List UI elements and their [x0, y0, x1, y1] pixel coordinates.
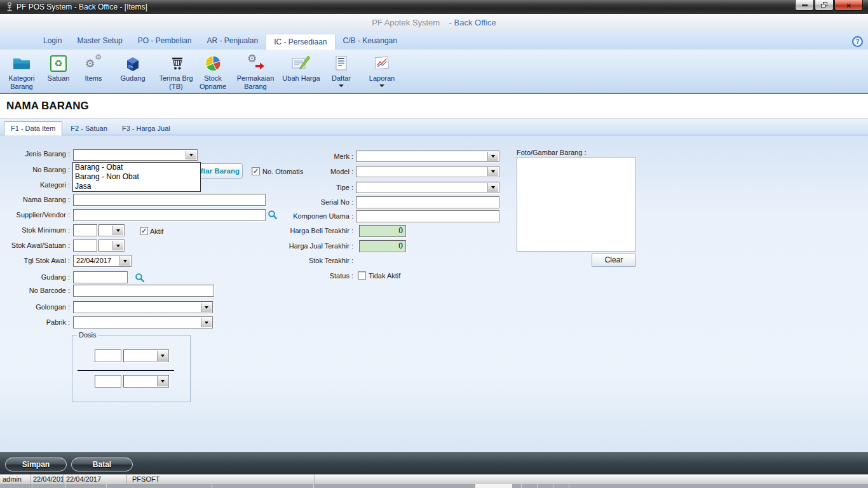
restore-button[interactable]	[815, 0, 834, 11]
supplier-input[interactable]	[73, 209, 266, 221]
clipped-grid-row	[0, 484, 868, 488]
menu-tab-po-pembelian[interactable]: PO - Pembelian	[130, 32, 200, 50]
model-combobox[interactable]	[356, 166, 499, 177]
dosis-atas-combobox[interactable]	[123, 349, 169, 362]
gudang-search-icon[interactable]	[135, 273, 145, 285]
dropdown-arrow-icon	[379, 85, 384, 87]
help-icon: ?	[855, 38, 859, 45]
menu-tab-ar-penjualan[interactable]: AR - Penjualan	[199, 32, 266, 50]
gudang-input[interactable]	[73, 271, 128, 283]
report-icon	[374, 53, 390, 74]
check-icon: ✓	[140, 227, 147, 234]
pie-icon	[205, 53, 221, 74]
toolbar-label: Terima Brg (TB)	[156, 74, 196, 91]
toolbar-item-permakaian-barang[interactable]: ⚙ Permakaian Barang	[234, 52, 277, 91]
simpan-button[interactable]: Simpan	[5, 458, 67, 471]
supplier-label: Supplier/Vendor :	[0, 211, 70, 219]
chevron-down-icon[interactable]	[487, 183, 498, 192]
tgl-stok-awal-datepicker[interactable]: 22/04/2017	[73, 255, 132, 267]
form-tab-data-item[interactable]: F1 - Data Item	[4, 121, 62, 135]
tipe-combobox[interactable]	[356, 182, 499, 193]
toolbar-item-satuan[interactable]: ♻ Satuan	[43, 52, 74, 83]
toolbar-item-gudang[interactable]: Ps Gudang	[116, 52, 149, 83]
komponen-utama-input[interactable]	[356, 210, 499, 222]
toolbar-item-kategori-barang[interactable]: Kategori Barang	[4, 52, 39, 91]
stok-minimum-label: Stok Minimum :	[0, 226, 70, 234]
stok-minimum-input[interactable]	[73, 224, 97, 236]
chevron-down-icon[interactable]	[157, 351, 168, 361]
toolbar-label: Kategori Barang	[4, 74, 39, 91]
window-title: PF POS System - Back Office - [Items]	[17, 0, 147, 14]
merk-label: Merk :	[273, 152, 353, 160]
toolbar-label: Permakaian Barang	[234, 74, 277, 91]
dropdown-option[interactable]: Barang - Obat	[73, 163, 200, 172]
app-section: - Back Office	[449, 18, 496, 27]
chevron-down-icon[interactable]	[112, 226, 123, 235]
menu-tab-cb-keuangan[interactable]: C/B - Keuangan	[336, 32, 405, 50]
foto-preview-box	[517, 157, 636, 252]
menu-tab-login[interactable]: Login	[36, 32, 69, 50]
form-tab-harga-jual[interactable]: F3 - Harga Jual	[116, 122, 177, 135]
status-bar: admin 22/04/2017 22/04/2017 PFSOFT	[0, 474, 868, 484]
stok-awal-satuan-combobox[interactable]	[98, 240, 125, 252]
aktif-checkbox[interactable]: ✓	[140, 227, 148, 235]
title-bar: PF POS System - Back Office - [Items] ×	[0, 0, 868, 15]
minimize-button[interactable]	[795, 0, 814, 11]
serial-no-input[interactable]	[356, 196, 499, 208]
harga-jual-label: Harga Jual Terakhir :	[273, 242, 353, 250]
toolbar-item-stock-opname[interactable]: Stock Opname	[196, 52, 230, 91]
golongan-combobox[interactable]	[73, 301, 213, 313]
stok-terakhir-label: Stok Terakhir :	[273, 257, 353, 264]
serial-no-label: Serial No :	[273, 198, 353, 206]
app-name: PF Apotek System	[372, 18, 440, 27]
restore-icon	[821, 2, 828, 8]
model-label: Model :	[273, 168, 353, 175]
no-barcode-input[interactable]	[73, 285, 214, 297]
dosis-bawah-combobox[interactable]	[123, 375, 169, 388]
close-button[interactable]: ×	[834, 0, 863, 11]
toolbar-item-ubah-harga[interactable]: Ubah Harga	[278, 52, 324, 83]
pharmacy-app-icon	[5, 2, 14, 15]
dosis-bawah-input[interactable]	[95, 375, 121, 388]
batal-button[interactable]: Batal	[71, 458, 133, 471]
toolbar-label: Ubah Harga	[282, 74, 320, 83]
menu-tab-ic-persediaan[interactable]: IC - Persediaan	[266, 34, 335, 50]
chevron-down-icon[interactable]	[487, 152, 498, 161]
merk-combobox[interactable]	[356, 151, 499, 162]
box-icon: Ps	[125, 53, 141, 74]
toolbar-item-laporan[interactable]: Laporan	[365, 52, 399, 87]
form-tab-bar: F1 - Data Item F2 - Satuan F3 - Harga Ju…	[0, 118, 868, 135]
no-otomatis-checkbox[interactable]: ✓	[252, 167, 260, 175]
list-icon	[334, 53, 348, 74]
chevron-down-icon[interactable]	[186, 151, 196, 159]
chevron-down-icon[interactable]	[201, 302, 212, 312]
help-button[interactable]: ?	[852, 36, 863, 47]
dropdown-option[interactable]: Barang - Non Obat	[73, 172, 200, 182]
stok-minimum-satuan-combobox[interactable]	[98, 224, 125, 236]
chevron-down-icon[interactable]	[119, 256, 130, 266]
tidak-aktif-checkbox[interactable]	[358, 271, 366, 280]
toolbar-item-terima-brg[interactable]: Terima Brg (TB)	[156, 52, 196, 91]
clear-button[interactable]: Clear	[592, 254, 636, 267]
chevron-down-icon[interactable]	[201, 318, 212, 327]
toolbar-item-daftar[interactable]: Daftar	[327, 52, 356, 87]
dosis-fraction-line	[78, 370, 174, 371]
form-tab-satuan[interactable]: F2 - Satuan	[64, 122, 113, 135]
dosis-atas-input[interactable]	[95, 349, 121, 362]
stok-awal-input[interactable]	[73, 240, 97, 252]
minimize-icon	[802, 4, 808, 6]
nama-barang-input[interactable]	[73, 194, 266, 206]
dropdown-arrow-icon	[339, 85, 344, 87]
no-barang-label: No Barang :	[0, 166, 70, 173]
pabrik-combobox[interactable]	[73, 316, 213, 329]
aktif-label: Aktif	[150, 227, 163, 235]
harga-jual-field: 0	[359, 240, 406, 252]
kategori-label: Kategori :	[0, 181, 70, 189]
chevron-down-icon[interactable]	[157, 376, 168, 386]
toolbar-item-items[interactable]: ⚙ ⚙ Items	[79, 52, 107, 83]
dropdown-option[interactable]: Jasa	[73, 182, 200, 191]
chevron-down-icon[interactable]	[112, 241, 123, 250]
jenis-barang-combobox[interactable]	[73, 149, 198, 161]
menu-tab-master-setup[interactable]: Master Setup	[69, 32, 130, 50]
chevron-down-icon[interactable]	[487, 167, 498, 176]
